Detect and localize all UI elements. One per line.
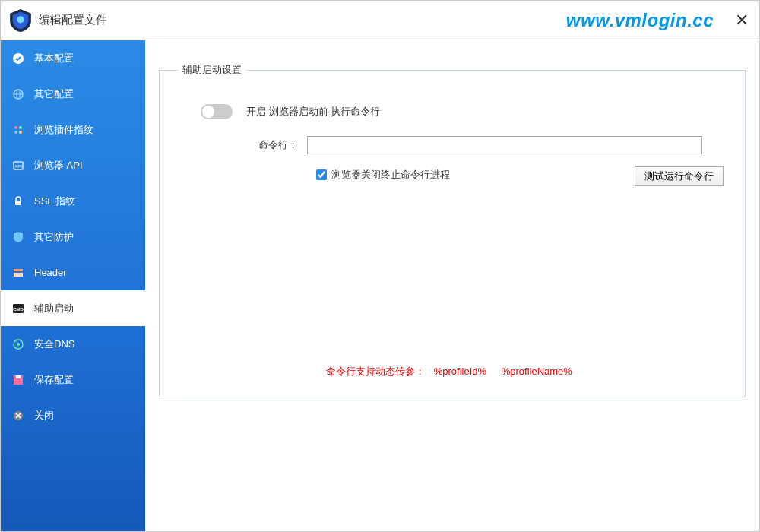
sidebar-item-plugin-fingerprint[interactable]: 浏览插件指纹 — [1, 112, 145, 147]
plugin-icon — [11, 123, 25, 137]
svg-point-5 — [14, 131, 17, 134]
dns-icon — [11, 337, 25, 351]
check-circle-icon — [11, 52, 25, 65]
watermark-text: www.vmlogin.cc — [566, 10, 714, 31]
sidebar-item-other-config[interactable]: 其它配置 — [1, 76, 145, 112]
save-icon — [11, 373, 25, 387]
api-icon: API — [11, 159, 25, 173]
sidebar-item-label: 辅助启动 — [34, 302, 74, 315]
svg-point-15 — [17, 343, 20, 346]
main-panel: 辅助启动设置 开启 浏览器启动前 执行命令行 命令行： 浏览器关闭终止命令行进程… — [145, 40, 759, 532]
sidebar-item-browser-api[interactable]: API 浏览器 API — [1, 147, 145, 183]
sidebar-item-header[interactable]: Header — [1, 255, 145, 290]
group-legend: 辅助启动设置 — [178, 63, 246, 77]
sidebar: 基本配置 其它配置 浏览插件指纹 API 浏览器 API SSL 指纹 其它防护… — [1, 40, 145, 532]
sidebar-item-label: SSL 指纹 — [34, 195, 75, 208]
close-icon[interactable]: ✕ — [735, 11, 749, 30]
svg-text:API: API — [14, 164, 22, 169]
sidebar-item-secure-dns[interactable]: 安全DNS — [1, 326, 145, 362]
sidebar-item-label: 保存配置 — [34, 373, 74, 387]
lock-icon — [11, 195, 25, 208]
sidebar-item-other-protect[interactable]: 其它防护 — [1, 219, 145, 255]
svg-rect-17 — [16, 375, 21, 378]
sidebar-item-label: 浏览器 API — [34, 159, 83, 173]
sidebar-item-ssl[interactable]: SSL 指纹 — [1, 183, 145, 219]
header-icon — [11, 266, 25, 280]
svg-rect-10 — [14, 269, 23, 271]
sidebar-item-assist-launch[interactable]: CMD 辅助启动 — [1, 290, 145, 326]
terminate-label: 浏览器关闭终止命令行进程 — [331, 168, 450, 182]
assist-launch-group: 辅助启动设置 开启 浏览器启动前 执行命令行 命令行： 浏览器关闭终止命令行进程… — [159, 63, 746, 397]
svg-point-3 — [14, 126, 17, 129]
svg-rect-11 — [14, 273, 23, 277]
cmd-label: 命令行： — [239, 138, 307, 152]
sidebar-item-label: 其它防护 — [34, 230, 74, 244]
cmd-input[interactable] — [307, 136, 702, 154]
enable-toggle-label: 开启 浏览器启动前 执行命令行 — [246, 105, 380, 119]
svg-point-0 — [17, 16, 24, 23]
shield-icon — [11, 230, 25, 244]
test-run-button[interactable]: 测试运行命令行 — [635, 166, 724, 186]
app-logo-icon — [10, 9, 31, 32]
window-title: 编辑配置文件 — [39, 13, 107, 27]
hint-param-2: %profileName% — [502, 366, 572, 377]
svg-point-4 — [19, 126, 22, 129]
hint-text: 命令行支持动态传参： %profileId% %profileName% — [160, 365, 745, 378]
terminate-checkbox[interactable] — [316, 169, 327, 180]
sidebar-item-close[interactable]: 关闭 — [1, 397, 145, 433]
svg-point-6 — [19, 131, 22, 134]
close-circle-icon — [11, 409, 25, 423]
sidebar-item-save[interactable]: 保存配置 — [1, 362, 145, 397]
sidebar-item-label: 浏览插件指纹 — [34, 123, 93, 137]
sidebar-item-basic[interactable]: 基本配置 — [1, 40, 145, 76]
sidebar-item-label: Header — [34, 267, 67, 278]
svg-rect-9 — [15, 201, 21, 205]
sidebar-item-label: 其它配置 — [34, 87, 74, 101]
enable-toggle[interactable] — [201, 104, 233, 119]
hint-param-1: %profileId% — [434, 366, 486, 377]
cmd-icon: CMD — [11, 302, 25, 315]
hint-prefix: 命令行支持动态传参： — [326, 366, 425, 377]
sidebar-item-label: 安全DNS — [34, 337, 74, 351]
sidebar-item-label: 基本配置 — [34, 52, 74, 65]
titlebar: 编辑配置文件 www.vmlogin.cc ✕ — [1, 1, 759, 40]
sidebar-item-label: 关闭 — [34, 409, 54, 423]
svg-text:CMD: CMD — [13, 307, 24, 312]
globe-icon — [11, 87, 25, 101]
